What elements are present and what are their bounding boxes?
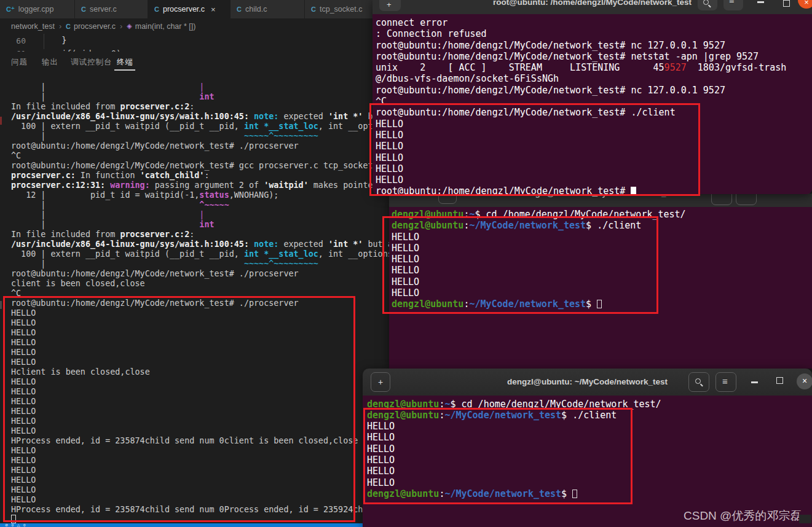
menu-icon[interactable]: ≡ [715, 372, 736, 392]
breadcrumb-item[interactable]: main(int, char * []) [135, 22, 196, 31]
terminal-line: root@ubuntu:/home/dengzl/MyCode/network_… [376, 85, 786, 96]
symbol-method-icon: ◈ [127, 22, 132, 30]
annotation-box-bottom-right [363, 408, 633, 504]
file-icon: C⁺ [6, 6, 15, 14]
search-icon[interactable] [688, 372, 709, 392]
editor-tab-bar: C⁺logger.cppCserver.cCprocserver.c×Cchil… [0, 0, 406, 18]
window-title: dengzl@ubuntu: ~/MyCode/network_test [363, 377, 812, 386]
tab-label: logger.cpp [18, 5, 54, 14]
line-number: 60 [15, 36, 26, 45]
panel-tab-[interactable]: 调试控制台 [71, 57, 112, 68]
tab-label: tcp_socket.c [320, 5, 362, 14]
file-icon: C [237, 6, 242, 13]
maximize-icon[interactable] [776, 377, 783, 384]
terminal-line: : Connection refused [376, 28, 786, 39]
close-icon[interactable]: × [798, 0, 812, 9]
annotation-box-middle-right [382, 216, 658, 314]
minimize-icon[interactable] [757, 1, 764, 3]
annotation-box-top-right [369, 103, 700, 196]
active-tab-underline [114, 69, 135, 71]
file-icon: C [81, 6, 86, 13]
window-title-bar[interactable]: + root@ubuntu: /home/dengzl/MyCode/netwo… [372, 0, 812, 14]
panel-tab-active[interactable]: 终端 [117, 57, 133, 68]
tab-label: procserver.c [163, 5, 205, 14]
terminal-line: @/dbus-vfs-daemon/socket-6FiSsNGh [376, 73, 786, 84]
terminal-decoration-error [0, 117, 2, 125]
menu-icon[interactable]: ≡ [723, 0, 743, 10]
editor-tab-tcp_socket.c[interactable]: Ctcp_socket.c [305, 0, 381, 18]
close-icon[interactable]: × [797, 373, 812, 389]
corner-notch [799, 515, 811, 523]
file-icon: C [311, 6, 316, 13]
file-icon: C [66, 23, 71, 30]
screen: C⁺logger.cppCserver.cCprocserver.c×Cchil… [0, 0, 812, 527]
breadcrumb[interactable]: network_test›Cprocserver.c›◈main(int, ch… [0, 18, 406, 34]
panel-tab-[interactable]: 问题 [11, 57, 28, 68]
terminal-line: unix 2 [ ACC ] STREAM LISTENING 459527 1… [376, 62, 786, 73]
breadcrumb-item[interactable]: procserver.c [74, 22, 116, 31]
terminal-line: root@ubuntu:/home/dengzl/MyCode/network_… [376, 40, 786, 51]
terminal-decoration [0, 301, 2, 309]
file-icon: C [154, 6, 159, 13]
breadcrumb-separator: › [59, 22, 61, 31]
minimize-icon[interactable] [751, 381, 758, 383]
terminal-line: root@ubuntu:/home/dengzl/MyCode/network_… [376, 51, 786, 62]
terminal-line: connect error [376, 17, 786, 28]
editor-tab-procserver.c[interactable]: Cprocserver.c× [148, 0, 231, 18]
tab-label: child.c [245, 5, 267, 14]
status-bar[interactable]: ⊘ 0 △ 0 [0, 523, 393, 527]
close-icon[interactable]: × [211, 5, 216, 14]
watermark: CSDN @优秀的邓宗磊 [684, 508, 802, 524]
window-title: root@ubuntu: /home/dengzl/MyCode/network… [372, 0, 812, 7]
search-icon[interactable] [698, 0, 717, 10]
editor-tab-server.c[interactable]: Cserver.c [75, 0, 148, 18]
editor-area[interactable]: 60 } [0, 34, 406, 50]
editor-tab-child.c[interactable]: Cchild.c [231, 0, 305, 18]
status-bar-text: ⊘ 0 △ 0 [5, 523, 26, 527]
editor-tab-logger.cpp[interactable]: C⁺logger.cpp [0, 0, 75, 18]
tab-label: server.c [90, 5, 117, 14]
annotation-box-left [3, 296, 355, 522]
breadcrumb-item[interactable]: network_test [11, 22, 55, 31]
panel-tab-bar: 问题输出调试控制台终端 [0, 52, 369, 72]
window-title-bar[interactable]: + dengzl@ubuntu: ~/MyCode/network_test ≡… [363, 369, 812, 396]
code-line: } [42, 36, 66, 45]
maximize-icon[interactable] [783, 0, 790, 7]
breadcrumb-separator: › [120, 22, 122, 31]
panel-tab-[interactable]: 输出 [42, 57, 58, 68]
